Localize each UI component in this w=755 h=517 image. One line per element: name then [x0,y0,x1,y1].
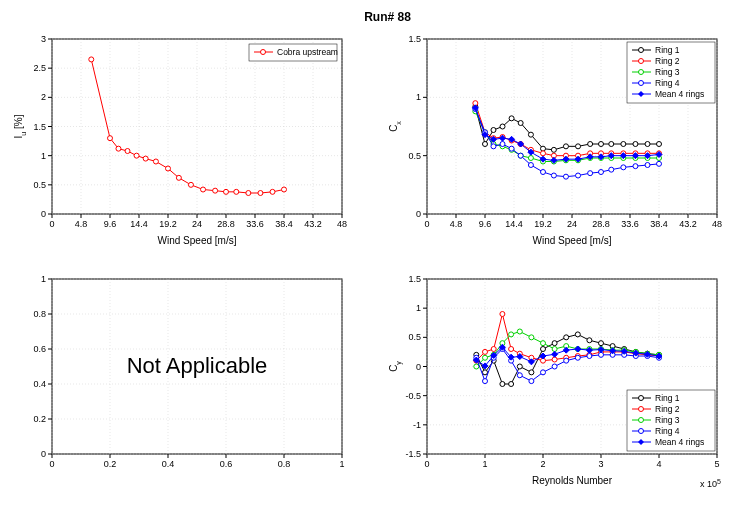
svg-text:0.5: 0.5 [33,180,46,190]
svg-text:-0.5: -0.5 [405,391,421,401]
svg-text:43.2: 43.2 [304,219,322,229]
svg-point-305 [575,332,580,337]
svg-point-70 [234,189,239,194]
svg-point-187 [528,163,533,168]
svg-text:Mean 4 rings: Mean 4 rings [655,89,704,99]
svg-text:Cobra upstream: Cobra upstream [277,47,338,57]
svg-text:48: 48 [712,219,722,229]
svg-text:Cy: Cy [388,361,403,372]
svg-text:1.5: 1.5 [408,34,421,44]
svg-point-140 [609,142,614,147]
svg-text:Ring 1: Ring 1 [655,393,680,403]
svg-point-144 [657,142,662,147]
svg-text:2.5: 2.5 [33,63,46,73]
svg-text:0.2: 0.2 [33,414,46,424]
svg-point-296 [483,370,488,375]
svg-text:Ring 3: Ring 3 [655,415,680,425]
svg-point-128 [483,142,488,147]
svg-point-77 [261,50,266,55]
svg-point-355 [529,379,534,384]
svg-point-58 [108,136,113,141]
svg-text:1: 1 [416,303,421,313]
svg-point-358 [564,358,569,363]
svg-point-185 [509,146,514,151]
svg-point-190 [563,174,568,179]
svg-text:1.5: 1.5 [408,274,421,284]
svg-text:1: 1 [41,274,46,284]
svg-point-307 [599,341,604,346]
svg-point-69 [224,189,229,194]
svg-point-302 [541,347,546,352]
svg-point-196 [633,164,638,169]
svg-point-338 [541,341,546,346]
svg-text:4: 4 [656,459,661,469]
svg-point-369 [639,396,644,401]
svg-text:2: 2 [540,459,545,469]
svg-point-57 [89,57,94,62]
svg-point-201 [639,48,644,53]
svg-text:Wind Speed [m/s]: Wind Speed [m/s] [158,235,237,246]
svg-point-66 [188,182,193,187]
svg-point-315 [491,347,496,352]
svg-text:0.8: 0.8 [33,309,46,319]
svg-text:-1.5: -1.5 [405,449,421,459]
svg-point-356 [541,370,546,375]
svg-text:1.5: 1.5 [33,122,46,132]
svg-point-189 [551,173,556,178]
svg-point-192 [588,171,593,176]
svg-text:Mean 4 rings: Mean 4 rings [655,437,704,447]
svg-text:38.4: 38.4 [275,219,293,229]
svg-point-299 [509,382,514,387]
svg-text:0: 0 [424,459,429,469]
svg-text:Ring 4: Ring 4 [655,78,680,88]
svg-text:3: 3 [41,34,46,44]
svg-point-72 [258,191,263,196]
svg-point-207 [639,70,644,75]
svg-point-68 [213,188,218,193]
svg-point-317 [509,347,514,352]
svg-text:Iu [%]: Iu [%] [13,114,27,138]
svg-text:38.4: 38.4 [650,219,668,229]
svg-text:1: 1 [339,459,344,469]
svg-text:Ring 4: Ring 4 [655,426,680,436]
svg-point-314 [483,349,488,354]
svg-text:Cx: Cx [388,121,402,132]
svg-text:2: 2 [41,92,46,102]
svg-point-67 [201,187,206,192]
svg-point-204 [639,59,644,64]
svg-point-316 [500,312,505,317]
svg-text:0.4: 0.4 [33,379,46,389]
svg-point-130 [500,124,505,129]
svg-text:19.2: 19.2 [534,219,552,229]
svg-text:0: 0 [41,449,46,459]
svg-point-298 [500,382,505,387]
svg-point-360 [587,354,592,359]
svg-text:0: 0 [49,459,54,469]
svg-point-350 [483,379,488,384]
svg-point-184 [500,142,505,147]
svg-point-71 [246,191,251,196]
svg-text:19.2: 19.2 [159,219,177,229]
svg-point-195 [621,165,626,170]
svg-text:3: 3 [598,459,603,469]
svg-text:1: 1 [41,151,46,161]
svg-text:5: 5 [714,459,719,469]
svg-point-61 [134,153,139,158]
svg-text:x 105: x 105 [700,478,721,490]
svg-point-137 [576,144,581,149]
svg-point-65 [176,175,181,180]
svg-point-197 [645,163,650,168]
svg-text:0.6: 0.6 [33,344,46,354]
svg-text:0: 0 [424,219,429,229]
chart-top-right: 04.89.614.419.22428.833.638.443.24800.51… [385,29,725,249]
svg-text:Wind Speed [m/s]: Wind Speed [m/s] [533,235,612,246]
svg-text:33.6: 33.6 [621,219,639,229]
svg-point-133 [528,132,533,137]
svg-text:28.8: 28.8 [217,219,235,229]
svg-point-73 [270,189,275,194]
svg-point-194 [609,167,614,172]
svg-point-62 [143,156,148,161]
svg-point-301 [529,370,534,375]
svg-text:1: 1 [416,92,421,102]
svg-text:24: 24 [567,219,577,229]
